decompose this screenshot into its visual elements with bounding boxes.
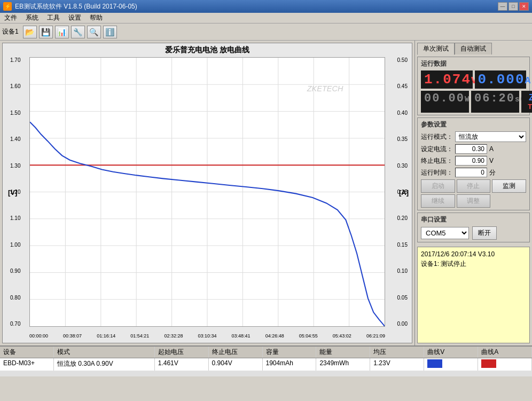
header-start-v: 起始电压 (155, 347, 209, 358)
info-button[interactable]: ℹ️ (103, 26, 117, 38)
action-buttons: 启动 停止 监测 继续 调整 (421, 179, 526, 208)
chart-area: 爱乐普充电电池 放电曲线 [V] [A] 0.70 0.80 0.90 1.00… (2, 43, 412, 343)
cell-device: EBD-M03+ (0, 358, 54, 371)
table-row: EBD-M03+ 恒流放 0.30A 0.90V 1.461V 0.904V 1… (0, 358, 532, 371)
settings-button[interactable]: 🔧 (71, 26, 85, 38)
chart-button[interactable]: 📊 (55, 26, 69, 38)
mode-select[interactable]: 恒流放 (455, 131, 526, 142)
right-panel: 单次测试 自动测试 运行数据 1.074V 0.000A 00.00W 06:2… (414, 41, 532, 345)
power-time-row: 00.00W 06:20s0 ZKE TECH (421, 91, 526, 113)
time-input[interactable] (455, 168, 487, 177)
cell-curve-a (478, 358, 532, 371)
main-content: 爱乐普充电电池 放电曲线 [V] [A] 0.70 0.80 0.90 1.00… (0, 41, 532, 345)
header-capacity: 容量 (263, 347, 317, 358)
header-mode: 模式 (54, 347, 155, 358)
voltage-label: 终止电压： (421, 156, 453, 166)
status-timestamp: 2017/12/6 20:07:14 V3.10 (421, 249, 526, 259)
adjust-button[interactable]: 调整 (457, 194, 491, 208)
voltage-unit: V (489, 157, 494, 164)
open-button[interactable]: 📂 (23, 26, 37, 38)
time-display: 06:20s0 (471, 91, 519, 113)
run-data-section: 运行数据 1.074V 0.000A 00.00W 06:20s0 ZKE (417, 57, 530, 115)
current-display: 0.000A (475, 70, 527, 89)
cell-start-v: 1.461V (155, 358, 209, 371)
voltage-current-row: 1.074V 0.000A (421, 70, 526, 89)
menu-system[interactable]: 系统 (24, 13, 41, 23)
mode-label: 运行模式： (421, 132, 453, 141)
curve-v-color (427, 359, 442, 368)
continue-button[interactable]: 继续 (421, 194, 455, 208)
disconnect-button[interactable]: 断开 (472, 226, 497, 240)
header-energy: 能量 (316, 347, 370, 358)
menu-file[interactable]: 文件 (2, 13, 19, 23)
chart-title: 爱乐普充电电池 放电曲线 (3, 43, 412, 57)
cell-mode: 恒流放 0.30A 0.90V (54, 358, 155, 371)
menu-help[interactable]: 帮助 (88, 13, 105, 23)
toolbar: 设备1 📂 💾 📊 🔧 🔍 ℹ️ (0, 23, 532, 41)
cell-end-v: 0.904V (209, 358, 263, 371)
current-unit: A (489, 145, 494, 153)
run-data-label: 运行数据 (421, 59, 526, 68)
device-label: 设备1 (2, 27, 19, 36)
start-button[interactable]: 启动 (421, 179, 455, 193)
zke-logo: ZKE TECH (521, 91, 532, 113)
window-controls: — □ ✕ (498, 2, 529, 11)
current-label: 设定电流： (421, 145, 453, 154)
voltage-row: 终止电压： V (421, 156, 526, 166)
cell-energy: 2349mWh (316, 358, 370, 371)
tab-auto-test[interactable]: 自动测试 (455, 43, 492, 54)
chart-plot: ZKETECH (29, 57, 385, 327)
time-row: 运行时间： 分 (421, 168, 526, 177)
current-input[interactable] (455, 144, 487, 154)
app-icon: ⚡ (3, 2, 12, 11)
com-row: COM5 COM1 COM2 COM3 COM4 断开 (421, 226, 526, 240)
current-row: 设定电流： A (421, 144, 526, 154)
close-button[interactable]: ✕ (519, 2, 529, 11)
app-title: EB测试系统软件 V1.8.5 (Build 2017-06-05) (15, 2, 137, 11)
voltage-display: 1.074V (421, 70, 473, 89)
bottom-table: 设备 模式 起始电压 终止电压 容量 能量 均压 曲线V 曲线A EBD-M03… (0, 345, 532, 376)
header-device: 设备 (0, 347, 54, 358)
save-button[interactable]: 💾 (39, 26, 53, 38)
maximize-button[interactable]: □ (508, 2, 518, 11)
x-axis-ticks: 00:00:00 00:38:07 01:16:14 01:54:21 02:3… (29, 333, 385, 339)
menu-settings[interactable]: 设置 (66, 13, 83, 23)
header-avg-v: 均压 (370, 347, 424, 358)
status-message: 设备1: 测试停止 (421, 259, 526, 269)
tab-single-test[interactable]: 单次测试 (417, 43, 455, 55)
y-axis-left-ticks: 0.70 0.80 0.90 1.00 1.10 1.20 1.30 1.40 … (10, 57, 20, 327)
cell-avg-v: 1.23V (370, 358, 424, 371)
com-select[interactable]: COM5 COM1 COM2 COM3 COM4 (421, 227, 469, 239)
header-curve-v: 曲线V (424, 347, 478, 358)
cell-curve-v (424, 358, 478, 371)
mode-row: 运行模式： 恒流放 (421, 131, 526, 142)
header-curve-a: 曲线A (478, 347, 532, 358)
time-unit: 分 (489, 168, 496, 177)
curve-a-color (481, 359, 496, 368)
monitor-button[interactable]: 监测 (492, 179, 526, 193)
search-button[interactable]: 🔍 (87, 26, 101, 38)
com-section: 串口设置 COM5 COM1 COM2 COM3 COM4 断开 (417, 213, 530, 242)
chart-svg: ZKETECH (30, 58, 385, 326)
voltage-input[interactable] (455, 156, 487, 166)
svg-text:ZKETECH: ZKETECH (307, 84, 343, 93)
menu-bar: 文件 系统 工具 设置 帮助 (0, 13, 532, 23)
stop-button[interactable]: 停止 (457, 179, 491, 193)
tech-text: TECH (528, 103, 532, 111)
zke-text: ZKE (529, 93, 532, 103)
menu-tools[interactable]: 工具 (45, 13, 62, 23)
y-axis-right-ticks: 0.00 0.05 0.10 0.15 0.20 0.25 0.30 0.35 … (397, 57, 408, 327)
chart-container: [V] [A] 0.70 0.80 0.90 1.00 1.10 1.20 1.… (29, 57, 385, 327)
minimize-button[interactable]: — (498, 2, 507, 11)
tab-bar: 单次测试 自动测试 (417, 43, 530, 54)
power-display: 00.00W (421, 91, 469, 113)
params-section: 参数设置 运行模式： 恒流放 设定电流： A 终止电压： V 运行时间： (417, 117, 530, 210)
header-end-v: 终止电压 (209, 347, 263, 358)
title-bar: ⚡ EB测试系统软件 V1.8.5 (Build 2017-06-05) — □… (0, 0, 532, 13)
status-log: 2017/12/6 20:07:14 V3.10 设备1: 测试停止 (417, 247, 530, 343)
cell-capacity: 1904mAh (263, 358, 317, 371)
table-header: 设备 模式 起始电压 终止电压 容量 能量 均压 曲线V 曲线A (0, 347, 532, 358)
params-label: 参数设置 (421, 120, 526, 129)
time-label: 运行时间： (421, 168, 453, 177)
com-label: 串口设置 (421, 215, 526, 224)
